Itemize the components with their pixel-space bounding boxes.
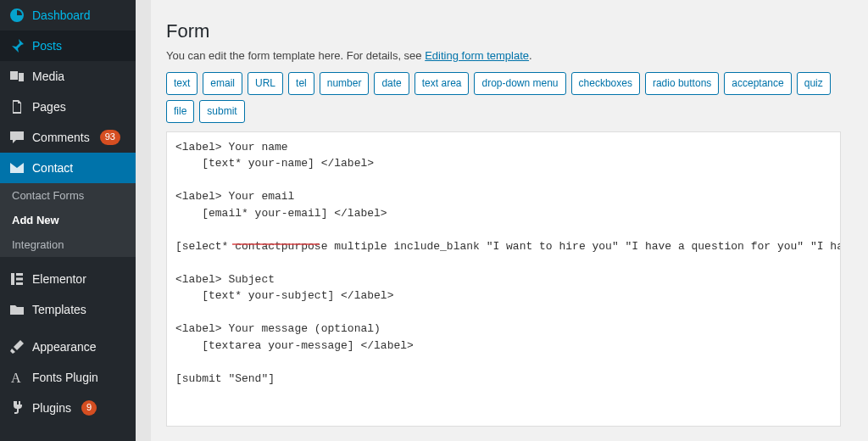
sidebar-item-posts[interactable]: Posts	[0, 31, 136, 61]
tag-button-email[interactable]: email	[203, 72, 242, 95]
sidebar-item-appearance[interactable]: Appearance	[0, 332, 136, 362]
pages-icon	[8, 98, 25, 115]
pin-icon	[8, 37, 25, 54]
svg-rect-0	[11, 273, 14, 285]
dashboard-icon	[8, 7, 25, 24]
tag-button-file[interactable]: file	[166, 100, 194, 123]
form-template-textarea[interactable]	[166, 131, 841, 427]
sidebar-label: Plugins	[32, 401, 71, 415]
form-template-wrap	[166, 131, 841, 430]
content-left-strip	[136, 0, 151, 441]
sidebar-item-dashboard[interactable]: Dashboard	[0, 0, 136, 31]
sidebar-label: Posts	[32, 39, 62, 53]
admin-sidebar: Dashboard Posts Media Pages Comments 93 …	[0, 0, 136, 441]
submenu-item-integration[interactable]: Integration	[0, 232, 136, 257]
sidebar-item-contact[interactable]: Contact	[0, 153, 136, 183]
plug-icon	[8, 399, 25, 416]
tag-button-dropdown[interactable]: drop-down menu	[474, 72, 565, 95]
elementor-icon	[8, 271, 25, 287]
sidebar-item-fonts-plugin[interactable]: A Fonts Plugin	[0, 362, 136, 393]
svg-text:A: A	[11, 371, 21, 385]
form-hint: You can edit the form template here. For…	[166, 49, 851, 62]
sidebar-label: Fonts Plugin	[32, 371, 98, 384]
tag-button-url[interactable]: URL	[248, 72, 283, 95]
sidebar-submenu-contact: Contact Forms Add New Integration	[0, 183, 136, 257]
sidebar-item-pages[interactable]: Pages	[0, 92, 136, 122]
svg-rect-3	[16, 282, 23, 285]
sidebar-label: Media	[32, 70, 64, 83]
submenu-item-contact-forms[interactable]: Contact Forms	[0, 183, 136, 208]
sidebar-label: Contact	[32, 161, 73, 175]
sidebar-label: Templates	[32, 303, 86, 316]
tag-button-quiz[interactable]: quiz	[797, 72, 831, 95]
media-icon	[8, 68, 25, 85]
submenu-item-add-new[interactable]: Add New	[0, 208, 136, 232]
tag-button-acceptance[interactable]: acceptance	[724, 72, 791, 95]
comment-icon	[8, 129, 25, 146]
sidebar-item-templates[interactable]: Templates	[0, 294, 136, 325]
sidebar-item-comments[interactable]: Comments 93	[0, 122, 136, 153]
mail-icon	[8, 159, 25, 176]
sidebar-item-elementor[interactable]: Elementor	[0, 264, 136, 294]
sidebar-label: Appearance	[32, 340, 97, 354]
tag-button-textarea[interactable]: text area	[415, 72, 470, 95]
font-icon: A	[8, 369, 25, 386]
brush-icon	[8, 338, 25, 355]
tag-button-date[interactable]: date	[374, 72, 409, 95]
tag-button-number[interactable]: number	[320, 72, 370, 95]
tag-button-text[interactable]: text	[166, 72, 198, 95]
main-content: Form You can edit the form template here…	[136, 0, 868, 441]
tag-button-checkboxes[interactable]: checkboxes	[571, 72, 640, 95]
sidebar-label: Elementor	[32, 272, 86, 286]
app-root: Dashboard Posts Media Pages Comments 93 …	[0, 0, 868, 441]
sidebar-label: Comments	[32, 131, 90, 144]
folder-icon	[8, 301, 25, 318]
form-section-title: Form	[166, 20, 851, 42]
sidebar-item-media[interactable]: Media	[0, 61, 136, 92]
sidebar-item-plugins[interactable]: Plugins 9	[0, 393, 136, 423]
svg-rect-1	[16, 273, 23, 276]
editing-template-link[interactable]: Editing form template	[425, 49, 529, 62]
tag-button-radio[interactable]: radio buttons	[645, 72, 719, 95]
svg-rect-2	[16, 278, 23, 281]
tag-button-submit[interactable]: submit	[199, 100, 244, 123]
tag-button-tel[interactable]: tel	[288, 72, 314, 95]
tag-toolbar: text email URL tel number date text area…	[166, 72, 851, 123]
sidebar-label: Dashboard	[32, 8, 91, 22]
plugins-badge: 9	[81, 400, 97, 415]
comments-badge: 93	[100, 130, 120, 144]
sidebar-label: Pages	[32, 100, 66, 114]
